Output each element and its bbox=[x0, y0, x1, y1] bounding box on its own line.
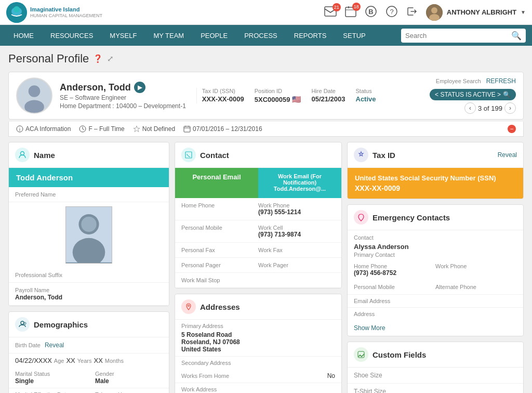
birth-row: 04/22/XXXX Age XX Years XX Months bbox=[9, 353, 169, 368]
svg-text:B: B bbox=[368, 8, 373, 16]
nav-process[interactable]: PROCESS bbox=[237, 28, 285, 44]
emerg-home-phone: Home Phone (973) 456-8752 bbox=[354, 263, 435, 277]
addresses-header: Addresses bbox=[175, 294, 341, 320]
refresh-link[interactable]: REFRESH bbox=[486, 77, 516, 85]
nav-bar: HOME RESOURCES MYSELF MY TEAM PEOPLE PRO… bbox=[0, 25, 532, 46]
custom-field-2: T-Shirt Size bbox=[348, 384, 523, 393]
user-info[interactable]: ANTHONY ALBRIGHT ▼ bbox=[426, 4, 526, 21]
svg-point-31 bbox=[188, 305, 190, 307]
tax-id-section: Tax ID Reveal United States Social Secur… bbox=[347, 142, 524, 199]
birth-reveal-link[interactable]: Reveal bbox=[45, 342, 64, 349]
nav-setup[interactable]: SETUP bbox=[336, 28, 373, 44]
demographics-section-header: Demographics bbox=[9, 312, 169, 337]
user-name: ANTHONY ALBRIGHT bbox=[447, 8, 516, 16]
photo-block bbox=[9, 202, 169, 268]
next-arrow[interactable]: › bbox=[504, 102, 516, 114]
marital-status-cell: Marital Status Single bbox=[9, 368, 89, 388]
defined-status: Not Defined bbox=[133, 125, 175, 133]
user-dropdown-icon[interactable]: ▼ bbox=[521, 9, 526, 15]
chat-b-icon[interactable]: B bbox=[365, 5, 377, 19]
logout-icon[interactable] bbox=[406, 6, 418, 19]
prev-arrow[interactable]: ‹ bbox=[464, 102, 476, 114]
tobacco-cell: Tobacco User No bbox=[89, 388, 169, 393]
emerg-email-row: Email Address bbox=[348, 294, 523, 307]
profile-photo-box bbox=[65, 206, 112, 264]
time-type: F – Full Time bbox=[79, 125, 124, 133]
nav-my-team[interactable]: MY TEAM bbox=[146, 28, 191, 44]
svg-rect-21 bbox=[184, 126, 190, 132]
preferred-name-row: Preferred Name bbox=[9, 187, 169, 202]
nav-resources[interactable]: RESOURCES bbox=[43, 28, 100, 44]
top-bar: Imaginative Island HUMAN CAPITAL MANAGEM… bbox=[0, 0, 532, 25]
logo: Imaginative Island HUMAN CAPITAL MANAGEM… bbox=[6, 2, 102, 23]
personal-email-tab[interactable]: Personal Email bbox=[175, 168, 258, 198]
profile-header: Anderson, Todd ▶ SE – Software Engineer … bbox=[8, 72, 524, 120]
page-title-row: Personal Profile ❓ ⤢ bbox=[8, 52, 524, 66]
name-section-title: Name bbox=[34, 151, 55, 160]
addresses-section: Addresses Primary Address 5 Roseland Roa… bbox=[175, 294, 342, 393]
emergency-title: Emergency Contacts bbox=[373, 213, 450, 222]
custom-field-1: Shoe Size bbox=[348, 368, 523, 384]
contact-header: Contact bbox=[175, 142, 341, 168]
collapse-icon[interactable]: − bbox=[508, 125, 516, 133]
work-fax-field: Work Fax bbox=[258, 247, 335, 253]
calendar-badge: 18 bbox=[352, 3, 361, 11]
contact-section: Contact Personal Email Work Email (For N… bbox=[175, 142, 342, 289]
work-email-tab[interactable]: Work Email (For Notification) Todd.Ander… bbox=[258, 168, 341, 198]
pager-row: Personal Pager Work Pager bbox=[175, 258, 341, 273]
demographics-title: Demographics bbox=[34, 320, 88, 329]
search-input[interactable] bbox=[405, 32, 511, 40]
profile-fields: Tax ID (SSN) XXX-XX-0009 Position ID 5XC… bbox=[196, 88, 422, 103]
payroll-name-row: Payroll Name Anderson, Todd bbox=[9, 283, 169, 306]
mail-stop-row: Work Mail Stop bbox=[175, 273, 341, 288]
secondary-address-block: Secondary Address bbox=[175, 356, 341, 369]
search-icon[interactable]: 🔍 bbox=[511, 31, 522, 41]
flag-icon: 🇺🇸 bbox=[292, 95, 301, 103]
help-circle-icon[interactable]: ❓ bbox=[93, 54, 103, 63]
logo-text: Imaginative Island HUMAN CAPITAL MANAGEM… bbox=[30, 6, 102, 19]
work-address-block: Work Address bbox=[175, 383, 341, 393]
profile-nav-arrow[interactable]: ▶ bbox=[134, 82, 145, 93]
phone-row-1: Home Phone Work Phone (973) 555-1214 bbox=[175, 198, 341, 220]
tax-id-field: Tax ID (SSN) XXX-XX-0009 bbox=[202, 88, 244, 103]
profile-photo bbox=[16, 77, 52, 114]
demographics-icon bbox=[15, 317, 30, 332]
expand-icon[interactable]: ⤢ bbox=[107, 54, 114, 63]
page-title: Personal Profile bbox=[8, 52, 89, 66]
primary-address-block: Primary Address 5 Roseland Road Roseland… bbox=[175, 320, 341, 356]
demographics-grid: Marital Status Single Gender Male Marita… bbox=[9, 368, 169, 393]
nav-home[interactable]: HOME bbox=[6, 28, 41, 44]
svg-point-16 bbox=[29, 85, 41, 97]
aca-info[interactable]: i ACA Information bbox=[16, 125, 71, 133]
personal-pager-field: Personal Pager bbox=[181, 262, 258, 268]
emergency-icon bbox=[354, 210, 368, 225]
emp-search-button[interactable]: < STATUS IS ACTIVE > 🔍 bbox=[430, 89, 516, 100]
help-icon[interactable]: ? bbox=[385, 5, 398, 19]
emerg-work-phone: Work Phone bbox=[435, 263, 517, 277]
custom-fields-header: Custom Fields bbox=[348, 342, 523, 368]
mail-icon-wrap[interactable]: 21 bbox=[324, 6, 337, 18]
nav-people[interactable]: PEOPLE bbox=[193, 28, 235, 44]
demographics-section: Demographics Birth Date Reveal 04/22/XXX… bbox=[8, 311, 169, 393]
svg-point-17 bbox=[24, 100, 44, 113]
custom-fields-icon bbox=[354, 347, 368, 362]
tax-id-title: Tax ID bbox=[373, 151, 395, 160]
custom-fields-section: Custom Fields Shoe Size T-Shirt Size Uni… bbox=[347, 342, 524, 393]
search-bar[interactable]: 🔍 bbox=[401, 29, 526, 43]
right-column: Tax ID Reveal United States Social Secur… bbox=[347, 142, 524, 393]
emergency-phone-row: Home Phone (973) 456-8752 Work Phone bbox=[348, 261, 523, 279]
search-btn-icon: 🔍 bbox=[503, 91, 511, 98]
calendar-icon-wrap[interactable]: 18 bbox=[345, 6, 356, 19]
hire-date-field: Hire Date 05/21/2003 bbox=[311, 88, 345, 103]
status-field: Status Active bbox=[356, 88, 376, 103]
profile-name-block: Anderson, Todd ▶ SE – Software Engineer … bbox=[60, 82, 186, 110]
nav-arrows: ‹ 3 of 199 › bbox=[430, 102, 516, 114]
mail-badge: 21 bbox=[332, 3, 341, 11]
works-from-home-field: Works From Home No bbox=[175, 369, 341, 383]
emp-search-block: Employee Search REFRESH < STATUS IS ACTI… bbox=[430, 77, 516, 114]
emergency-show-more[interactable]: Show More bbox=[348, 320, 523, 336]
birth-date-row: Birth Date Reveal bbox=[9, 337, 169, 353]
tax-id-reveal-link[interactable]: Reveal bbox=[498, 151, 517, 159]
nav-reports[interactable]: REPORTS bbox=[287, 28, 334, 44]
nav-myself[interactable]: MYSELF bbox=[102, 28, 144, 44]
